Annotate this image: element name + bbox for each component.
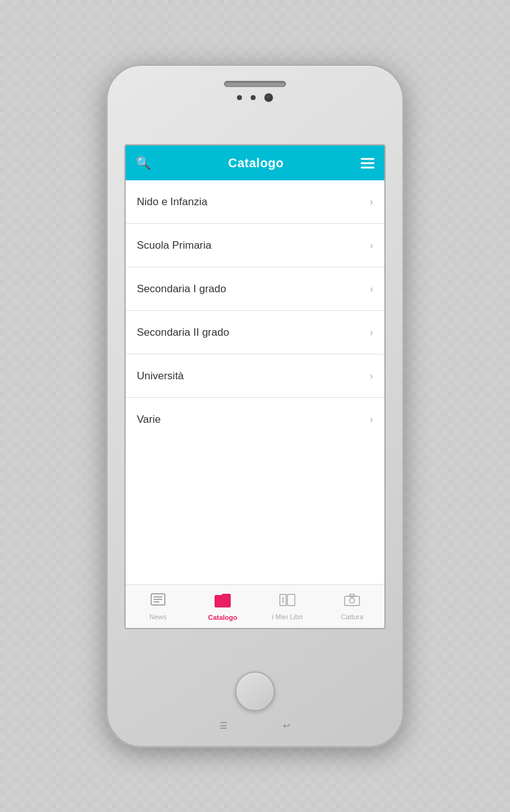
miei-libri-tab-label: i Miei Libri xyxy=(272,613,303,621)
catalogo-tab-label: Catalogo xyxy=(208,614,237,621)
chevron-right-icon: › xyxy=(370,196,373,208)
hamburger-line-2 xyxy=(361,162,374,164)
svg-point-8 xyxy=(350,598,355,603)
list-item-label: Varie xyxy=(137,413,160,426)
news-tab-label: News xyxy=(149,613,167,621)
tab-news[interactable]: News xyxy=(126,589,190,624)
list-item-label: Secondaria I grado xyxy=(137,283,226,295)
phone-bottom-area: ☰ ↩ xyxy=(116,671,394,732)
chevron-right-icon: › xyxy=(370,327,373,338)
cattura-tab-icon xyxy=(344,593,360,611)
header-title: Catalogo xyxy=(228,156,284,170)
home-button[interactable] xyxy=(235,671,275,711)
list-item[interactable]: Scuola Primaria› xyxy=(126,224,384,267)
list-item[interactable]: Varie› xyxy=(126,398,384,441)
app-header: 🔍 Catalogo xyxy=(126,145,384,180)
chevron-right-icon: › xyxy=(370,371,373,382)
top-sensors xyxy=(237,93,273,102)
tab-bar: News Catalogo i Miei L xyxy=(126,584,384,628)
svg-rect-5 xyxy=(287,594,295,606)
miei-libri-tab-icon xyxy=(279,593,295,611)
chevron-right-icon: › xyxy=(370,284,373,295)
sensor-dot-2 xyxy=(251,95,256,100)
cattura-tab-label: Cattura xyxy=(341,613,363,621)
list-item-label: Nido e Infanzia xyxy=(137,196,207,208)
list-item[interactable]: Università› xyxy=(126,354,384,398)
search-icon[interactable]: 🔍 xyxy=(136,155,151,170)
list-item-label: Università xyxy=(137,370,184,382)
hamburger-line-1 xyxy=(361,158,374,160)
soft-buttons: ☰ ↩ xyxy=(213,719,297,732)
list-item[interactable]: Secondaria II grado› xyxy=(126,311,384,354)
list-item-label: Scuola Primaria xyxy=(137,239,211,252)
list-item-label: Secondaria II grado xyxy=(137,326,229,339)
phone-screen: 🔍 Catalogo Nido e Infanzia›Scuola Primar… xyxy=(124,144,386,629)
back-soft-button[interactable]: ↩ xyxy=(277,719,297,732)
tab-miei-libri[interactable]: i Miei Libri xyxy=(255,589,320,624)
category-list: Nido e Infanzia›Scuola Primaria›Secondar… xyxy=(126,180,384,584)
list-item[interactable]: Nido e Infanzia› xyxy=(126,180,384,224)
news-tab-icon xyxy=(151,593,165,611)
speaker-grille xyxy=(224,81,286,87)
phone-device: 🔍 Catalogo Nido e Infanzia›Scuola Primar… xyxy=(106,64,404,748)
catalogo-tab-icon xyxy=(214,593,231,611)
front-camera xyxy=(264,93,273,102)
tab-cattura[interactable]: Cattura xyxy=(320,589,384,624)
hamburger-line-3 xyxy=(361,167,374,168)
chevron-right-icon: › xyxy=(370,414,373,425)
sensor-dot xyxy=(237,95,242,100)
tab-catalogo[interactable]: Catalogo xyxy=(190,589,255,625)
svg-rect-9 xyxy=(350,594,355,597)
chevron-right-icon: › xyxy=(370,240,373,251)
phone-top-area xyxy=(116,77,394,102)
hamburger-menu-icon[interactable] xyxy=(361,158,374,168)
menu-soft-button[interactable]: ☰ xyxy=(213,719,233,732)
list-item[interactable]: Secondaria I grado› xyxy=(126,267,384,311)
